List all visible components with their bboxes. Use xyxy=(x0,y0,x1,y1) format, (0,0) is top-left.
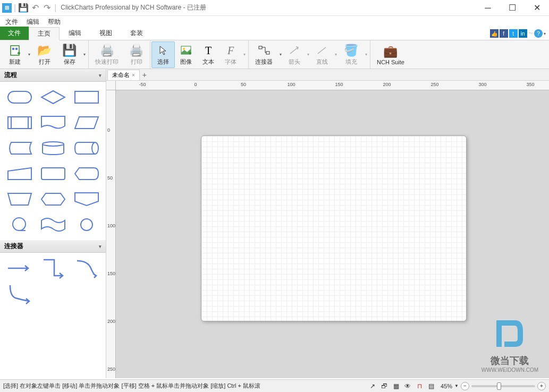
print-button[interactable]: 🖨️ 打印 xyxy=(124,41,149,68)
maximize-button[interactable]: ☐ xyxy=(500,0,525,16)
svg-rect-8 xyxy=(75,91,98,103)
shape-tape[interactable] xyxy=(38,214,68,236)
fill-dropdown[interactable]: ▾ xyxy=(364,52,369,57)
svg-point-16 xyxy=(81,219,92,231)
font-dropdown[interactable]: ▾ xyxy=(242,52,247,57)
arrow-dropdown[interactable]: ▾ xyxy=(306,52,311,57)
shape-database[interactable] xyxy=(38,137,68,159)
arrow-button[interactable]: 箭头 xyxy=(283,41,306,68)
shape-offpage[interactable] xyxy=(71,188,102,210)
image-icon xyxy=(180,43,192,58)
vertical-ruler: 0 50 100 150 200 250 xyxy=(106,90,116,378)
font-button[interactable]: F 字体 xyxy=(219,41,242,68)
connectors-grid xyxy=(0,253,106,309)
connector-straight[interactable] xyxy=(4,257,35,279)
shape-manual-op[interactable] xyxy=(4,188,35,210)
connector-curve[interactable] xyxy=(71,257,102,279)
svg-point-15 xyxy=(13,218,26,231)
save-icon: 💾 xyxy=(62,43,77,58)
new-button[interactable]: 新建 xyxy=(3,41,27,68)
folder-open-icon: 📂 xyxy=(37,43,52,58)
shape-process[interactable] xyxy=(71,86,102,108)
chevron-down-icon: ▾ xyxy=(99,73,102,78)
nch-suite-button[interactable]: 💼 NCH Suite xyxy=(371,41,410,68)
suite-icon: 💼 xyxy=(383,44,398,59)
ribbon-tab-strip: 文件 主页 编辑 视图 套装 👍 f t in ~ ? ▾ xyxy=(0,28,549,40)
close-tab-icon[interactable]: × xyxy=(132,72,135,78)
svg-point-13 xyxy=(92,142,98,154)
ribbon-tab-suite[interactable]: 套装 xyxy=(121,27,152,40)
connector-dropdown[interactable]: ▾ xyxy=(278,52,283,57)
ribbon: 新建 ▾ 📂 打开 💾 保存 ▾ 🖨️ 快速打印 🖨️ 打印 选择 图像 xyxy=(0,40,549,69)
shape-display[interactable] xyxy=(71,163,102,185)
zoom-dropdown[interactable]: ▼ xyxy=(454,384,459,388)
shape-stored-data[interactable] xyxy=(4,137,35,159)
ribbon-tab-view[interactable]: 视图 xyxy=(90,27,121,40)
horizontal-ruler: -50 0 50 100 150 200 250 300 350 xyxy=(116,81,549,90)
line-icon xyxy=(316,43,328,58)
line-dropdown[interactable]: ▾ xyxy=(333,52,339,57)
panel-header-connectors[interactable]: 连接器 ▾ xyxy=(0,240,106,253)
ruler-corner xyxy=(106,81,116,90)
fill-button[interactable]: 🪣 填充 xyxy=(339,41,364,68)
shape-connector-circle[interactable] xyxy=(71,214,102,236)
panel-header-flow[interactable]: 流程 ▾ xyxy=(0,69,106,82)
document-tab[interactable]: 未命名 × xyxy=(107,70,140,80)
undo-icon[interactable]: ↶ xyxy=(30,3,40,13)
ribbon-tab-file[interactable]: 文件 xyxy=(0,27,29,40)
canvas-background[interactable] xyxy=(116,90,549,378)
open-button[interactable]: 📂 打开 xyxy=(32,41,57,68)
status-icon-2[interactable]: 🗗 xyxy=(380,382,388,390)
line-button[interactable]: 直线 xyxy=(311,41,333,68)
quick-print-button[interactable]: 🖨️ 快速打印 xyxy=(90,41,124,68)
status-icon-1[interactable]: ↗ xyxy=(368,382,377,390)
connector-elbow[interactable] xyxy=(38,257,68,279)
select-button[interactable]: 选择 xyxy=(151,41,175,68)
text-button[interactable]: T 文本 xyxy=(197,41,219,68)
zoom-thumb[interactable] xyxy=(497,382,501,390)
close-button[interactable]: ✕ xyxy=(525,0,549,16)
menu-help[interactable]: 帮助 xyxy=(44,16,65,28)
shape-predefined[interactable] xyxy=(4,112,35,134)
menu-file[interactable]: 文件 xyxy=(1,16,22,28)
font-icon: F xyxy=(227,43,234,58)
shape-preparation[interactable] xyxy=(38,188,68,210)
ribbon-tab-home[interactable]: 主页 xyxy=(29,27,60,40)
page[interactable] xyxy=(201,135,467,321)
save-dropdown[interactable]: ▾ xyxy=(82,52,87,57)
redo-icon[interactable]: ↷ xyxy=(41,3,52,13)
minimize-button[interactable]: ─ xyxy=(476,0,500,16)
shape-manual-input[interactable] xyxy=(4,163,35,185)
eye-icon[interactable]: 👁 xyxy=(403,382,412,390)
save-quick-icon[interactable]: 💾 xyxy=(18,3,29,13)
magnet-icon[interactable]: ⊓ xyxy=(415,382,424,390)
zoom-in-button[interactable]: + xyxy=(537,382,546,390)
twitter-icon[interactable]: t xyxy=(509,29,518,38)
zoom-slider[interactable] xyxy=(471,385,535,387)
grid-toggle-icon[interactable]: ▤ xyxy=(427,382,435,390)
menu-edit[interactable]: 编辑 xyxy=(22,16,44,28)
image-button[interactable]: 图像 xyxy=(175,41,197,68)
ribbon-tab-edit[interactable]: 编辑 xyxy=(60,27,90,40)
zoom-out-button[interactable]: − xyxy=(461,382,469,390)
svg-point-12 xyxy=(43,142,64,146)
save-button[interactable]: 💾 保存 xyxy=(57,41,82,68)
status-icon-3[interactable]: ▦ xyxy=(392,382,400,390)
shape-document[interactable] xyxy=(38,112,68,134)
shape-data[interactable] xyxy=(71,112,102,134)
shape-direct-data[interactable] xyxy=(71,137,102,159)
help-icon[interactable]: ? xyxy=(534,29,543,38)
shape-decision[interactable] xyxy=(38,86,68,108)
add-tab-button[interactable]: + xyxy=(140,71,149,79)
connector-elbow2[interactable] xyxy=(4,283,35,305)
shape-card[interactable] xyxy=(38,163,68,185)
shape-terminator[interactable] xyxy=(4,86,35,108)
quick-print-icon: 🖨️ xyxy=(100,43,114,58)
linkedin-icon[interactable]: in xyxy=(519,29,527,38)
new-dropdown[interactable]: ▾ xyxy=(27,52,32,57)
shape-sequential[interactable] xyxy=(4,214,35,236)
connector-icon xyxy=(258,43,271,58)
facebook-icon[interactable]: f xyxy=(500,29,508,38)
thumbs-up-icon[interactable]: 👍 xyxy=(490,29,499,38)
connector-button[interactable]: 连接器 xyxy=(250,41,278,68)
